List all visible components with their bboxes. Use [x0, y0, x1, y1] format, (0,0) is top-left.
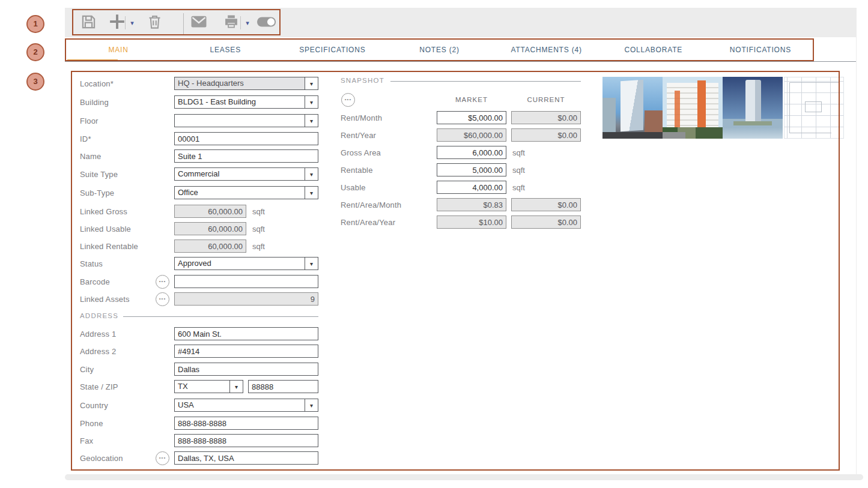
rentable-input[interactable] — [437, 163, 506, 176]
rent-month-current-input — [511, 111, 581, 124]
callout-1: 1 — [26, 15, 44, 33]
chevron-down-icon[interactable] — [305, 399, 318, 411]
field-label: Country — [80, 401, 108, 410]
add-button[interactable] — [108, 14, 126, 32]
field-label: Linked Assets — [80, 295, 130, 304]
photo-detail — [602, 98, 616, 133]
snapshot-section-title: SNAPSHOT — [341, 77, 384, 84]
zip-input[interactable] — [248, 380, 318, 393]
divider — [125, 16, 126, 29]
photo-detail — [745, 80, 761, 125]
address2-input[interactable] — [174, 345, 318, 358]
add-dropdown-button[interactable] — [128, 19, 136, 27]
snapshot-section-divider — [390, 81, 581, 82]
unit-label: sqft — [512, 166, 525, 175]
rent-area-month-market-input — [437, 198, 506, 211]
building-photo-3[interactable] — [723, 77, 783, 139]
unit-label: sqft — [512, 148, 525, 157]
tab-notifications[interactable]: NOTIFICATIONS — [707, 38, 814, 61]
form-row-linked-rentable: Linked Rentable sqft — [71, 239, 840, 253]
address-section-title: ADDRESS — [80, 312, 118, 319]
snapshot-row-rent-area-month: Rent/Area/Month — [71, 198, 840, 211]
chevron-down-icon[interactable] — [305, 77, 318, 89]
field-label: Gross Area — [341, 148, 381, 157]
suite-record-page: 1 2 3 — [0, 0, 868, 488]
floorplan-line — [789, 82, 790, 133]
toggle-icon — [256, 16, 277, 30]
field-label: Phone — [80, 419, 103, 428]
print-button[interactable] — [222, 14, 240, 32]
envelope-icon — [190, 13, 208, 33]
tab-main[interactable]: MAIN — [65, 38, 172, 61]
tab-attachments[interactable]: ATTACHMENTS (4) — [493, 38, 600, 61]
tab-specifications[interactable]: SPECIFICATIONS — [279, 38, 386, 61]
barcode-more-button[interactable] — [156, 275, 169, 289]
toolbar-group-divider — [183, 13, 184, 35]
geolocation-more-button[interactable] — [156, 451, 169, 465]
fax-input[interactable] — [174, 434, 318, 447]
snapshot-row-gross-area: Gross Area sqft — [71, 146, 840, 159]
barcode-input[interactable] — [174, 275, 318, 288]
field-label: Rent/Area/Year — [341, 218, 395, 227]
country-select[interactable]: USA — [174, 399, 318, 412]
phone-input[interactable] — [174, 417, 318, 430]
floorplan-line — [805, 101, 822, 112]
floorplan-line — [789, 82, 839, 83]
rent-month-market-input[interactable] — [437, 111, 506, 124]
photo-detail — [733, 121, 772, 125]
state-select[interactable]: TX — [174, 380, 243, 393]
market-column-header: MARKET — [437, 96, 506, 103]
horizontal-scrollbar[interactable] — [65, 474, 863, 480]
rent-year-market-input — [437, 128, 506, 142]
location-select[interactable]: HQ - Headquarters — [174, 77, 318, 90]
chevron-down-icon[interactable] — [229, 381, 243, 393]
save-button[interactable] — [79, 14, 97, 32]
rent-area-year-current-input — [511, 215, 581, 229]
usable-input[interactable] — [437, 181, 506, 194]
main-form-panel: Location* HQ - Headquarters Building BLD… — [71, 71, 840, 471]
photo-detail — [602, 132, 663, 139]
linked-assets-more-button[interactable] — [156, 292, 169, 306]
field-label: Fax — [80, 436, 93, 445]
field-label: Rentable — [341, 166, 373, 175]
photo-detail — [697, 80, 706, 127]
address1-input[interactable] — [174, 327, 318, 340]
photo-detail — [675, 91, 680, 128]
tab-collaborate[interactable]: COLLABORATE — [600, 38, 707, 61]
geolocation-input[interactable] — [174, 451, 318, 465]
gross-area-input[interactable] — [437, 146, 506, 159]
field-label: Linked Rentable — [80, 242, 138, 251]
form-row-status: Status Approved — [71, 257, 840, 270]
callout-3: 3 — [26, 73, 44, 91]
tab-notes[interactable]: NOTES (2) — [386, 38, 493, 61]
photo-detail — [621, 80, 643, 132]
field-label: Location* — [80, 79, 114, 88]
delete-button[interactable] — [145, 14, 163, 32]
city-input[interactable] — [174, 363, 318, 376]
building-photo-2[interactable] — [663, 77, 723, 139]
building-photo-1[interactable] — [602, 77, 663, 139]
photo-detail — [663, 132, 685, 139]
floorplan-thumbnail[interactable] — [784, 77, 844, 139]
snapshot-more-button[interactable] — [341, 93, 355, 107]
address-section-divider — [123, 316, 318, 317]
chevron-down-icon[interactable] — [305, 258, 318, 270]
toolbar — [65, 8, 856, 37]
status-select[interactable]: Approved — [174, 257, 318, 270]
card-right-edge — [856, 8, 857, 474]
unit-label: sqft — [512, 183, 525, 192]
chevron-down-icon[interactable] — [305, 96, 318, 108]
print-dropdown-button[interactable] — [243, 19, 252, 27]
field-label: Usable — [341, 183, 366, 192]
field-label: City — [80, 365, 94, 374]
save-icon — [80, 14, 97, 32]
field-label: Rent/Area/Month — [341, 200, 401, 209]
tab-leases[interactable]: LEASES — [172, 38, 279, 61]
building-select[interactable]: BLDG1 - East Building — [174, 95, 318, 109]
current-column-header: CURRENT — [511, 96, 581, 103]
form-row-phone: Phone — [71, 417, 840, 430]
floorplan-line — [789, 133, 831, 133]
email-button[interactable] — [190, 14, 208, 32]
toggle-button[interactable] — [256, 14, 278, 32]
field-label: Status — [80, 259, 103, 268]
